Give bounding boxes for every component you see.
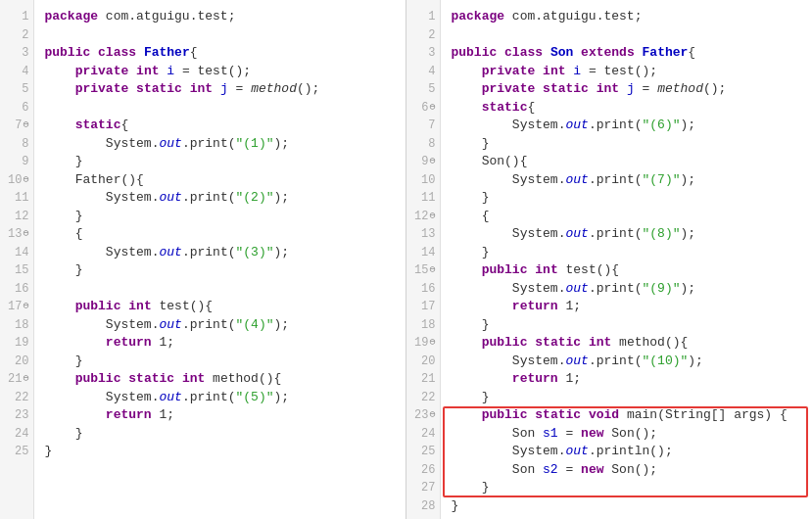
code-line: } <box>451 316 802 335</box>
code-line: return 1; <box>451 370 802 389</box>
line-number: 18 <box>421 316 435 335</box>
line-number: 1 <box>428 8 435 26</box>
line-number: 17 <box>8 298 22 316</box>
code-line <box>44 99 396 118</box>
code-line: } <box>44 153 396 171</box>
line-number: 21 <box>421 370 435 389</box>
line-number: 2 <box>22 26 28 45</box>
code-line: System.out.print("(10)"); <box>451 353 802 371</box>
line-number: 26 <box>421 461 435 480</box>
line-number: 18 <box>15 316 28 335</box>
left-code-area: package com.atguigu.test;public class Fa… <box>34 0 406 519</box>
code-line: } <box>451 497 802 516</box>
line-number: 15 <box>414 261 428 280</box>
code-line <box>451 26 802 45</box>
code-line: } <box>44 425 396 444</box>
code-line: return 1; <box>451 298 802 316</box>
line-number: 4 <box>22 63 28 81</box>
line-number: 22 <box>15 389 28 407</box>
code-line: private static int j = method(); <box>44 80 396 99</box>
line-number: 19 <box>414 334 428 353</box>
code-line: } <box>44 261 396 280</box>
line-number: 5 <box>428 80 435 99</box>
code-line <box>44 280 396 299</box>
right-code-area: package com.atguigu.test;public class So… <box>441 0 812 519</box>
code-line: public static void main(String[] args) { <box>451 406 802 425</box>
line-number: 24 <box>421 425 435 444</box>
line-number: 3 <box>22 44 28 63</box>
code-line: System.out.print("(3)"); <box>44 244 396 262</box>
code-line: private static int j = method(); <box>451 80 802 99</box>
line-number: 25 <box>15 443 28 461</box>
line-number: 23 <box>414 406 428 425</box>
line-number: 3 <box>428 44 435 63</box>
code-line: } <box>451 135 802 154</box>
line-number: 25 <box>421 443 435 461</box>
line-number: 13 <box>421 225 435 244</box>
line-number: 17 <box>421 298 435 316</box>
code-line: { <box>44 225 396 244</box>
code-line: Son s2 = new Son(); <box>451 461 802 480</box>
code-line: System.out.println(); <box>451 443 802 461</box>
code-line: System.out.print("(5)"); <box>44 389 396 407</box>
line-number: 4 <box>428 63 435 81</box>
code-line: System.out.print("(1)"); <box>44 135 396 154</box>
code-line: System.out.print("(9)"); <box>451 280 802 299</box>
code-line: return 1; <box>44 406 396 425</box>
code-line: public class Son extends Father{ <box>451 44 802 63</box>
code-line <box>44 26 396 45</box>
left-line-numbers: 1234567⊖8910⊖111213⊖14151617⊖18192021⊖22… <box>0 0 34 519</box>
line-number: 6 <box>421 99 428 118</box>
line-number: 23 <box>15 406 28 425</box>
line-number: 8 <box>428 135 435 154</box>
code-line: public static int method(){ <box>44 370 396 389</box>
line-number: 15 <box>15 261 28 280</box>
line-number: 20 <box>421 353 435 371</box>
line-number: 10 <box>421 171 435 190</box>
line-number: 13 <box>8 225 22 244</box>
right-line-numbers: 123456⊖789⊖101112⊖131415⊖16171819⊖202122… <box>406 0 441 519</box>
line-number: 6 <box>22 99 28 118</box>
line-number: 11 <box>421 189 435 208</box>
code-line: } <box>44 353 396 371</box>
code-line: { <box>451 208 802 226</box>
code-line: static{ <box>451 99 802 118</box>
code-line: Father(){ <box>44 171 396 190</box>
left-editor-pane: 1234567⊖8910⊖111213⊖14151617⊖18192021⊖22… <box>0 0 406 519</box>
code-line: public int test(){ <box>44 298 396 316</box>
line-number: 28 <box>421 497 435 516</box>
line-number: 24 <box>15 425 28 444</box>
line-number: 8 <box>22 135 28 154</box>
code-line: System.out.print("(8)"); <box>451 225 802 244</box>
code-line: } <box>451 389 802 407</box>
line-number: 27 <box>421 479 435 497</box>
code-line: public static int method(){ <box>451 334 802 353</box>
line-number: 7 <box>15 117 22 135</box>
line-number: 7 <box>428 117 435 135</box>
code-line: package com.atguigu.test; <box>44 8 396 26</box>
code-line: } <box>451 189 802 208</box>
line-number: 9 <box>421 153 428 171</box>
line-number: 12 <box>414 208 428 226</box>
code-line: System.out.print("(4)"); <box>44 316 396 335</box>
line-number: 22 <box>421 389 435 407</box>
line-number: 10 <box>8 171 22 190</box>
code-line: Son s1 = new Son(); <box>451 425 802 444</box>
right-editor-pane: 123456⊖789⊖101112⊖131415⊖16171819⊖202122… <box>406 0 812 519</box>
code-line: } <box>451 479 802 497</box>
line-number: 19 <box>15 334 28 353</box>
code-line: System.out.print("(6)"); <box>451 117 802 135</box>
line-number: 14 <box>421 244 435 262</box>
code-line: Son(){ <box>451 153 802 171</box>
code-line: System.out.print("(2)"); <box>44 189 396 208</box>
code-line: } <box>44 208 396 226</box>
line-number: 14 <box>15 244 28 262</box>
code-line: public int test(){ <box>451 261 802 280</box>
code-line: private int i = test(); <box>451 63 802 81</box>
code-line: System.out.print("(7)"); <box>451 171 802 190</box>
line-number: 12 <box>15 208 28 226</box>
code-line: package com.atguigu.test; <box>451 8 802 26</box>
code-line: static{ <box>44 117 396 135</box>
code-line: public class Father{ <box>44 44 396 63</box>
line-number: 5 <box>22 80 28 99</box>
